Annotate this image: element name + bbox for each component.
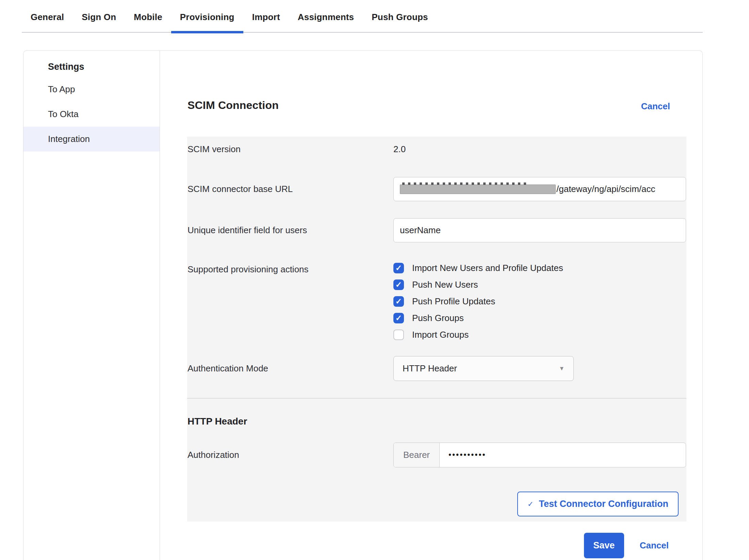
form-footer: Save Cancel [160,522,702,558]
base-url-input[interactable]: /gateway/ng/api/scim/acc [393,177,686,201]
cancel-button[interactable]: Cancel [640,540,669,551]
check-icon: ✓ [395,281,402,289]
authorization-label: Authorization [187,450,393,460]
http-header-heading: HTTP Header [187,399,686,427]
redacted-url-overlay [400,185,556,194]
checkbox-icon: ✓ [393,263,404,273]
scim-version-label: SCIM version [187,144,393,155]
checkbox-icon: ✓ [393,279,404,290]
content-panel: Settings To App To Okta Integration SCIM… [23,50,703,560]
unique-id-row: Unique identifier field for users userNa… [187,218,686,242]
checkbox-push-profile-updates[interactable]: ✓ Push Profile Updates [393,296,686,307]
unique-id-label: Unique identifier field for users [187,225,393,236]
tab-sign-on[interactable]: Sign On [73,12,125,32]
tab-general[interactable]: General [22,12,73,32]
cancel-link-top[interactable]: Cancel [641,101,670,112]
tab-assignments[interactable]: Assignments [289,12,363,32]
auth-mode-row: Authentication Mode HTTP Header ▼ [187,356,686,381]
checkbox-import-new-users[interactable]: ✓ Import New Users and Profile Updates [393,263,686,273]
provisioning-actions-list: ✓ Import New Users and Profile Updates ✓… [393,263,686,340]
bearer-prefix: Bearer [394,443,440,467]
base-url-label: SCIM connector base URL [187,184,393,194]
scim-version-row: SCIM version 2.0 [187,144,686,155]
sidebar-item-integration[interactable]: Integration [23,127,160,151]
auth-mode-select[interactable]: HTTP Header ▼ [393,356,574,381]
checkbox-label: Push Profile Updates [412,296,495,307]
sidebar-item-to-app[interactable]: To App [23,77,160,102]
authorization-token-input[interactable]: •••••••••• [440,443,686,467]
checkbox-label: Push Groups [412,313,464,323]
auth-mode-label: Authentication Mode [187,363,393,374]
settings-sidebar: Settings To App To Okta Integration [23,51,160,560]
base-url-row: SCIM connector base URL /gateway/ng/api/… [187,177,686,201]
test-button-label: Test Connector Configuration [539,499,668,509]
checkbox-icon: ✓ [393,296,404,307]
test-connector-configuration-button[interactable]: ✓ Test Connector Configuration [517,492,679,516]
checkbox-import-groups[interactable]: ✓ Import Groups [393,330,686,340]
provisioning-actions-row: Supported provisioning actions ✓ Import … [187,263,686,340]
scim-connection-section: SCIM Connection Cancel SCIM version 2.0 … [160,51,702,560]
base-url-visible-text: /gateway/ng/api/scim/acc [556,184,655,194]
authorization-input-group: Bearer •••••••••• [393,443,686,467]
provisioning-actions-label: Supported provisioning actions [187,263,393,275]
sidebar-title: Settings [23,62,160,77]
authorization-row: Authorization Bearer •••••••••• [187,443,686,467]
check-icon: ✓ [395,264,402,272]
chevron-down-icon: ▼ [559,365,565,372]
checkbox-label: Import New Users and Profile Updates [412,263,563,273]
checkbox-icon: ✓ [393,313,404,323]
tab-import[interactable]: Import [243,12,289,32]
app-tab-bar: General Sign On Mobile Provisioning Impo… [22,0,703,33]
tab-push-groups[interactable]: Push Groups [363,12,437,32]
sidebar-item-to-okta[interactable]: To Okta [23,102,160,127]
unique-id-input[interactable]: userName [393,218,686,242]
scim-form: SCIM version 2.0 SCIM connector base URL… [187,137,686,522]
tab-provisioning[interactable]: Provisioning [171,12,243,32]
save-button[interactable]: Save [584,533,624,558]
tab-mobile[interactable]: Mobile [125,12,171,32]
page-title: SCIM Connection [188,99,279,112]
check-icon: ✓ [395,314,402,322]
checkbox-label: Push New Users [412,279,478,290]
check-icon: ✓ [395,298,402,305]
checkbox-push-groups[interactable]: ✓ Push Groups [393,313,686,323]
checkbox-push-new-users[interactable]: ✓ Push New Users [393,279,686,290]
scim-version-value: 2.0 [393,144,686,155]
checkbox-label: Import Groups [412,330,469,340]
check-icon: ✓ [527,500,534,508]
auth-mode-selected-value: HTTP Header [403,363,457,374]
section-header: SCIM Connection Cancel [160,51,702,112]
checkbox-icon: ✓ [393,330,404,340]
